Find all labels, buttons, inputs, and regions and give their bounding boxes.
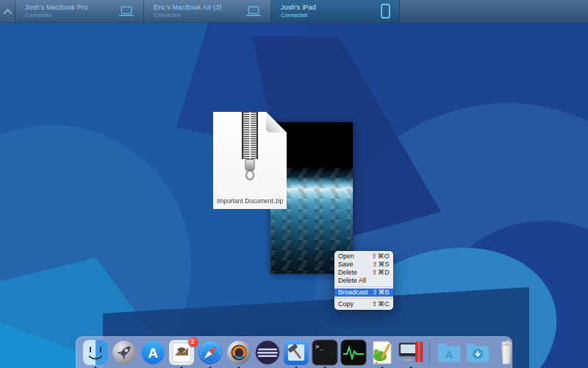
menu-item-delete[interactable]: Delete⇧⌘D	[334, 269, 393, 277]
laptop-icon	[118, 6, 135, 17]
svg-text:>_: >_	[315, 343, 323, 350]
menu-separator	[334, 298, 393, 299]
parallels-dock-icon[interactable]	[398, 339, 424, 368]
launchpad-dock-icon[interactable]	[111, 339, 137, 368]
tablet-icon	[381, 4, 390, 18]
komodo-edit-dock-icon[interactable]	[369, 339, 395, 368]
chevron-up-icon	[3, 4, 12, 18]
zipper-icon	[242, 112, 258, 159]
finder-dock-icon[interactable]	[82, 339, 109, 368]
menu-item-label: Save	[338, 261, 354, 269]
device-tab-josh-s-macbook-pro[interactable]: Josh's MacBook ProConnected	[15, 0, 144, 22]
app-store-dock-icon[interactable]: A	[140, 339, 166, 368]
zipper-slider-icon	[245, 159, 255, 171]
menu-item-label: Delete All	[338, 277, 366, 285]
camtasia-dock-icon[interactable]	[226, 339, 252, 368]
svg-text:A: A	[445, 348, 453, 361]
menu-item-label: Open	[338, 252, 354, 261]
menu-item-save[interactable]: Save⇧⌘S	[334, 261, 393, 269]
connection-status: Connected	[25, 12, 87, 18]
activity-monitor-dock-icon[interactable]	[340, 339, 367, 368]
downloads-folder-dock-icon[interactable]	[465, 339, 491, 368]
menu-item-shortcut: ⇧⌘S	[373, 261, 390, 269]
collapse-button[interactable]	[0, 0, 15, 22]
safari-dock-icon[interactable]	[197, 339, 223, 368]
file-name-label: Important Document.zip	[213, 197, 287, 205]
menu-item-delete-all[interactable]: Delete All	[334, 277, 393, 285]
device-bar: Josh's MacBook ProConnectedEric's MacBoo…	[0, 0, 588, 23]
device-tabs: Josh's MacBook ProConnectedEric's MacBoo…	[15, 0, 400, 22]
zip-file[interactable]: Important Document.zip	[213, 112, 287, 209]
trash-dock-icon[interactable]	[493, 339, 520, 368]
eclipse-dock-icon[interactable]	[254, 339, 281, 368]
svg-text:A: A	[148, 345, 158, 361]
menu-item-shortcut: ⇧⌘O	[372, 252, 390, 261]
mail-dock-icon[interactable]: 2	[168, 339, 195, 368]
device-name: Eric's MacBook Air (3)	[154, 4, 222, 11]
device-tab-eric-s-macbook-air-3[interactable]: Eric's MacBook Air (3)Connected	[144, 0, 271, 22]
menu-item-label: Broadcast	[338, 289, 368, 297]
xcode-dock-icon[interactable]	[283, 339, 309, 368]
menu-separator	[334, 286, 393, 287]
zipper-ring-icon	[245, 170, 254, 180]
device-name: Josh's MacBook Pro	[25, 4, 87, 11]
context-menu: Open⇧⌘OSave⇧⌘SDelete⇧⌘DDelete AllBroadca…	[334, 251, 393, 310]
terminal-dock-icon[interactable]: >_	[312, 339, 338, 368]
menu-item-shortcut: ⇧⌘D	[372, 269, 390, 277]
menu-item-label: Copy	[338, 300, 354, 308]
laptop-icon	[245, 6, 262, 17]
menu-item-open[interactable]: Open⇧⌘O	[334, 252, 393, 261]
menu-item-copy[interactable]: Copy⇧⌘C	[334, 300, 393, 308]
dock: A2>_A	[76, 336, 512, 368]
device-name: Josh's iPad	[281, 4, 316, 11]
connection-status: Connected	[281, 12, 316, 18]
menu-item-label: Delete	[338, 269, 357, 277]
menu-item-shortcut: ⇧⌘C	[372, 300, 390, 308]
menu-item-shortcut: ⇧⌘B	[373, 289, 390, 297]
connection-status: Connected	[154, 12, 222, 18]
applications-folder-dock-icon[interactable]: A	[436, 339, 462, 368]
desktop: Important Document.zip Open⇧⌘OSave⇧⌘SDel…	[0, 22, 588, 368]
device-tab-josh-s-ipad[interactable]: Josh's iPadConnected	[271, 0, 400, 22]
menu-item-broadcast[interactable]: Broadcast⇧⌘B	[334, 289, 393, 297]
dock-separator	[429, 341, 430, 364]
